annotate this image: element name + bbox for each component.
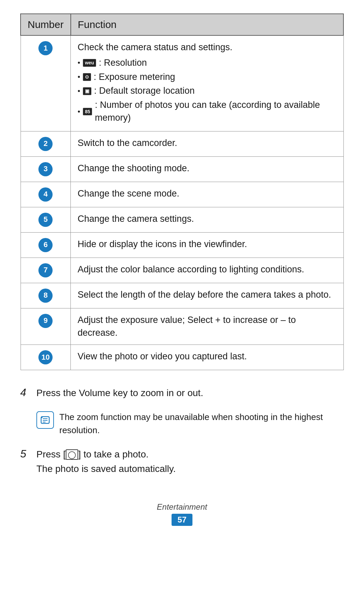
row-function-10: View the photo or video you captured las… bbox=[71, 345, 343, 370]
step-4: 4 Press the Volume key to zoom in or out… bbox=[20, 386, 344, 399]
row-number-10: 10 bbox=[21, 345, 71, 370]
number-badge: 9 bbox=[38, 314, 53, 328]
table-row: 5Change the camera settings. bbox=[21, 207, 343, 232]
table-row: 9Adjust the exposure value; Select + to … bbox=[21, 308, 343, 345]
function-main-text: Change the scene mode. bbox=[78, 187, 336, 200]
table-row: 1Check the camera status and settings.we… bbox=[21, 35, 343, 131]
row-function-4: Change the scene mode. bbox=[71, 182, 343, 207]
row-number-3: 3 bbox=[21, 156, 71, 182]
table-row: 7Adjust the color balance according to l… bbox=[21, 258, 343, 283]
note-icon bbox=[36, 411, 54, 429]
row-number-7: 7 bbox=[21, 258, 71, 283]
row-function-5: Change the camera settings. bbox=[71, 207, 343, 232]
table-row: 6Hide or display the icons in the viewfi… bbox=[21, 232, 343, 258]
number-badge: 3 bbox=[38, 162, 53, 176]
bullet-item: ▣: Default storage location bbox=[78, 85, 336, 97]
table-row: 2Switch to the camcorder. bbox=[21, 131, 343, 156]
row-number-5: 5 bbox=[21, 207, 71, 232]
function-main-text: Select the length of the delay before th… bbox=[78, 289, 336, 301]
step-5-number: 5 bbox=[20, 448, 31, 460]
row-function-6: Hide or display the icons in the viewfin… bbox=[71, 232, 343, 258]
step-5-text: Press [◯] to take a photo. bbox=[36, 448, 176, 461]
bullet-icon: ▣ bbox=[83, 87, 91, 95]
bullet-item: weu: Resolution bbox=[78, 57, 336, 69]
function-bullet-list: weu: Resolution⊙: Exposure metering▣: De… bbox=[78, 57, 336, 124]
number-badge: 4 bbox=[38, 187, 53, 202]
col-function-header: Function bbox=[71, 14, 343, 35]
bullet-text: : Resolution bbox=[99, 57, 147, 69]
bullet-text: : Exposure metering bbox=[94, 71, 175, 84]
function-table: Number Function 1Check the camera status… bbox=[20, 13, 344, 370]
function-main-text: Change the shooting mode. bbox=[78, 162, 336, 175]
number-badge: 10 bbox=[38, 350, 53, 364]
row-number-9: 9 bbox=[21, 308, 71, 345]
note-block: The zoom function may be unavailable whe… bbox=[36, 411, 344, 437]
function-main-text: Change the camera settings. bbox=[78, 213, 336, 226]
number-badge: 1 bbox=[38, 41, 53, 55]
footer-page-number: 57 bbox=[172, 514, 193, 526]
row-function-3: Change the shooting mode. bbox=[71, 156, 343, 182]
function-main-text: Adjust the color balance according to li… bbox=[78, 263, 336, 276]
row-number-2: 2 bbox=[21, 131, 71, 156]
number-badge: 5 bbox=[38, 213, 53, 227]
col-number-header: Number bbox=[21, 14, 71, 35]
step-5: 5 Press [◯] to take a photo. The photo i… bbox=[20, 448, 344, 475]
number-badge: 7 bbox=[38, 263, 53, 277]
note-text: The zoom function may be unavailable whe… bbox=[59, 411, 344, 437]
row-number-6: 6 bbox=[21, 232, 71, 258]
bullet-icon: weu bbox=[83, 59, 96, 67]
step-5-subtext: The photo is saved automatically. bbox=[36, 462, 176, 475]
bullet-icon: 85 bbox=[83, 108, 92, 116]
row-function-8: Select the length of the delay before th… bbox=[71, 283, 343, 308]
row-number-4: 4 bbox=[21, 182, 71, 207]
row-function-2: Switch to the camcorder. bbox=[71, 131, 343, 156]
table-row: 8Select the length of the delay before t… bbox=[21, 283, 343, 308]
bullet-text: : Default storage location bbox=[94, 85, 195, 97]
function-main-text: View the photo or video you captured las… bbox=[78, 350, 336, 363]
bullet-text: : Number of photos you can take (accordi… bbox=[95, 99, 336, 124]
row-number-8: 8 bbox=[21, 283, 71, 308]
number-badge: 6 bbox=[38, 238, 53, 252]
row-number-1: 1 bbox=[21, 35, 71, 131]
bullet-item: ⊙: Exposure metering bbox=[78, 71, 336, 84]
function-main-text: Check the camera status and settings. bbox=[78, 41, 336, 54]
function-main-text: Switch to the camcorder. bbox=[78, 137, 336, 150]
bullet-item: 85: Number of photos you can take (accor… bbox=[78, 99, 336, 124]
page-footer: Entertainment 57 bbox=[20, 502, 344, 526]
function-main-text: Hide or display the icons in the viewfin… bbox=[78, 238, 336, 251]
step-4-text: Press the Volume key to zoom in or out. bbox=[36, 386, 203, 399]
table-row: 4Change the scene mode. bbox=[21, 182, 343, 207]
function-main-text: Adjust the exposure value; Select + to i… bbox=[78, 314, 336, 339]
row-function-7: Adjust the color balance according to li… bbox=[71, 258, 343, 283]
step-4-number: 4 bbox=[20, 386, 31, 399]
table-row: 10View the photo or video you captured l… bbox=[21, 345, 343, 370]
number-badge: 8 bbox=[38, 289, 53, 303]
bullet-icon: ⊙ bbox=[83, 73, 91, 81]
row-function-1: Check the camera status and settings.weu… bbox=[71, 35, 343, 131]
table-row: 3Change the shooting mode. bbox=[21, 156, 343, 182]
row-function-9: Adjust the exposure value; Select + to i… bbox=[71, 308, 343, 345]
number-badge: 2 bbox=[38, 137, 53, 151]
footer-label: Entertainment bbox=[20, 502, 344, 512]
